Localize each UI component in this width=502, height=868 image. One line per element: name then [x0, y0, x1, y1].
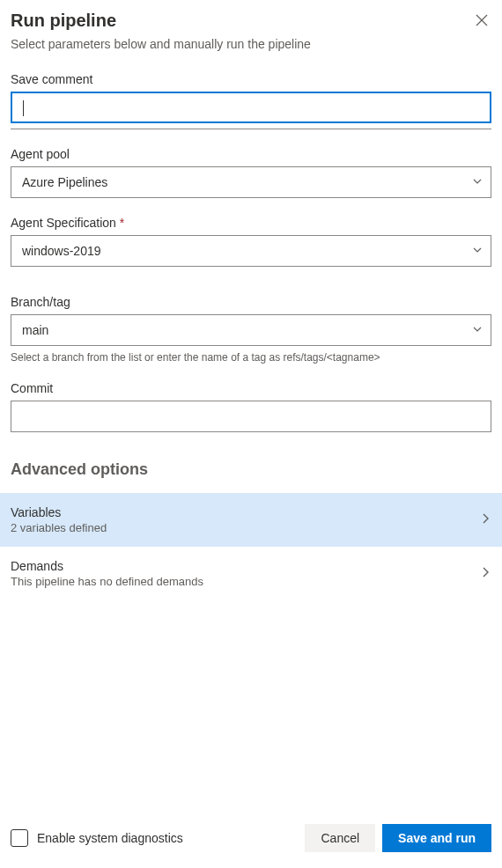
agent-specification-label: Agent Specification *	[11, 216, 491, 230]
dialog-subtitle: Select parameters below and manually run…	[11, 37, 491, 51]
variables-item[interactable]: Variables 2 variables defined	[0, 493, 502, 547]
required-indicator: *	[120, 216, 124, 230]
divider	[11, 129, 491, 129]
diagnostics-checkbox-row[interactable]: Enable system diagnostics	[11, 829, 183, 847]
demands-item[interactable]: Demands This pipeline has no defined dem…	[0, 547, 502, 600]
agent-specification-value: windows-2019	[22, 244, 101, 258]
branch-tag-value: main	[22, 323, 48, 337]
chevron-right-icon	[479, 566, 491, 582]
diagnostics-checkbox[interactable]	[11, 829, 28, 847]
commit-input[interactable]	[11, 401, 491, 432]
variables-subtitle: 2 variables defined	[11, 521, 107, 534]
demands-subtitle: This pipeline has no defined demands	[11, 575, 203, 588]
demands-title: Demands	[11, 559, 203, 573]
commit-label: Commit	[11, 381, 491, 395]
save-comment-label: Save comment	[11, 72, 491, 86]
agent-pool-label: Agent pool	[11, 147, 491, 161]
text-cursor	[23, 100, 24, 116]
chevron-right-icon	[479, 512, 491, 528]
close-button[interactable]	[472, 11, 491, 33]
agent-specification-select[interactable]: windows-2019	[11, 235, 491, 267]
branch-tag-label: Branch/tag	[11, 295, 491, 309]
save-comment-input[interactable]	[11, 92, 491, 123]
variables-title: Variables	[11, 505, 107, 519]
dialog-title: Run pipeline	[11, 11, 116, 31]
agent-pool-value: Azure Pipelines	[22, 175, 107, 189]
agent-pool-select[interactable]: Azure Pipelines	[11, 166, 491, 198]
save-and-run-button[interactable]: Save and run	[382, 824, 491, 852]
diagnostics-label: Enable system diagnostics	[37, 831, 183, 845]
cancel-button[interactable]: Cancel	[305, 824, 375, 852]
branch-tag-select[interactable]: main	[11, 314, 491, 346]
advanced-options-heading: Advanced options	[11, 460, 491, 479]
branch-tag-help: Select a branch from the list or enter t…	[11, 351, 491, 364]
close-icon	[476, 14, 488, 26]
